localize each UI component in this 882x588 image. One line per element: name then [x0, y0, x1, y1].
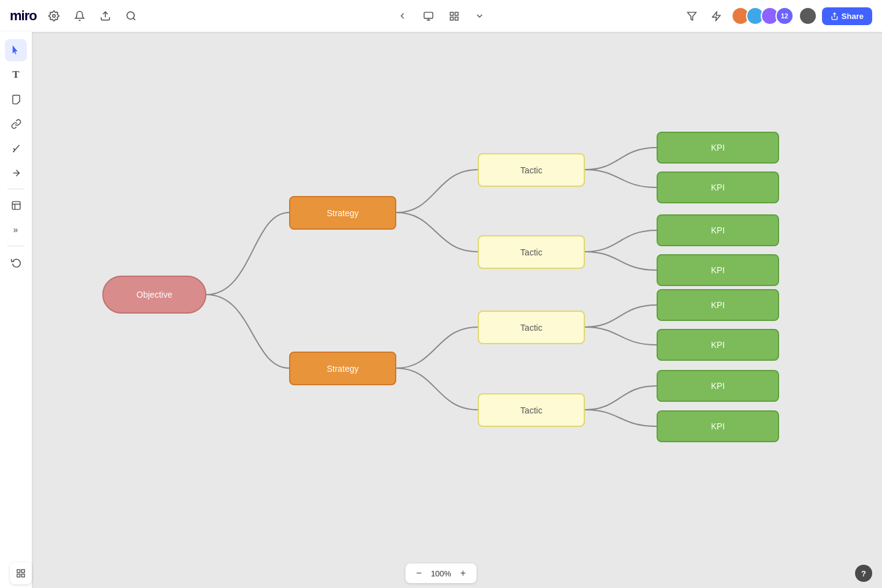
undo-tool[interactable] — [5, 251, 27, 273]
grid-toggle-button[interactable] — [10, 562, 32, 584]
kpi-node-8[interactable]: KPI — [657, 410, 779, 442]
avatar-self[interactable] — [799, 7, 817, 25]
tactic-node-3[interactable]: Tactic — [478, 311, 585, 344]
top-toolbar: miro — [0, 0, 882, 32]
svg-rect-19 — [17, 570, 20, 573]
tactic-node-4[interactable]: Tactic — [478, 393, 585, 427]
svg-rect-10 — [450, 17, 453, 20]
share-button[interactable]: Share — [822, 7, 872, 25]
kpi-node-5[interactable]: KPI — [657, 289, 779, 321]
filter-icon[interactable] — [682, 6, 702, 26]
svg-rect-8 — [454, 12, 458, 15]
pen-tool[interactable] — [5, 137, 27, 159]
strategy-node-1[interactable]: Strategy — [289, 196, 396, 230]
svg-marker-11 — [688, 12, 696, 20]
notification-icon[interactable] — [71, 7, 88, 24]
svg-marker-12 — [712, 12, 720, 20]
bottom-left — [10, 562, 32, 584]
tool-separator-2 — [7, 246, 24, 246]
svg-rect-9 — [454, 17, 458, 20]
svg-rect-16 — [12, 202, 20, 209]
svg-rect-22 — [17, 574, 20, 577]
left-toolbar: T » — [0, 32, 32, 588]
arrow-tool[interactable] — [5, 162, 27, 184]
link-tool[interactable] — [5, 113, 27, 135]
lightning-icon[interactable] — [707, 6, 726, 26]
miro-logo: miro — [10, 8, 37, 24]
top-bar-right: 12 Share — [682, 6, 872, 26]
zoom-controls: − 100% + — [405, 564, 477, 583]
tactic-node-1[interactable]: Tactic — [478, 153, 585, 187]
upload-icon[interactable] — [97, 7, 114, 24]
tool-separator — [7, 189, 24, 189]
bottom-bar: − 100% + ? — [0, 559, 882, 588]
top-bar-left: miro — [10, 7, 140, 24]
avatar-count[interactable]: 12 — [775, 7, 794, 25]
svg-point-0 — [52, 15, 55, 18]
tactic-node-2[interactable]: Tactic — [478, 235, 585, 269]
objective-node[interactable]: Objective — [102, 276, 206, 314]
svg-rect-21 — [21, 574, 24, 577]
more-tools[interactable]: » — [5, 219, 27, 241]
svg-rect-4 — [424, 12, 432, 18]
settings-icon[interactable] — [45, 7, 62, 24]
svg-rect-20 — [21, 570, 24, 573]
kpi-node-6[interactable]: KPI — [657, 329, 779, 361]
avatar-group: 12 — [731, 7, 817, 25]
top-bar-center — [391, 5, 491, 27]
kpi-node-1[interactable]: KPI — [657, 132, 779, 164]
svg-point-2 — [127, 12, 134, 19]
back-arrow-button[interactable] — [391, 5, 413, 27]
kpi-node-3[interactable]: KPI — [657, 214, 779, 246]
svg-line-3 — [133, 18, 135, 20]
strategy-node-2[interactable]: Strategy — [289, 352, 396, 385]
zoom-in-button[interactable]: + — [456, 566, 470, 581]
kpi-node-4[interactable]: KPI — [657, 254, 779, 286]
sticky-note-tool[interactable] — [5, 88, 27, 110]
svg-rect-7 — [450, 12, 453, 15]
chevron-down-button[interactable] — [469, 5, 491, 27]
canvas[interactable]: Objective Strategy Strategy Tactic Tacti… — [32, 32, 882, 588]
search-icon[interactable] — [123, 7, 140, 24]
text-tool[interactable]: T — [5, 64, 27, 86]
cursor-tool[interactable] — [5, 39, 27, 61]
kpi-node-7[interactable]: KPI — [657, 370, 779, 402]
presentation-button[interactable] — [417, 5, 439, 27]
zoom-out-button[interactable]: − — [412, 566, 426, 581]
help-button[interactable]: ? — [855, 565, 872, 582]
kpi-node-2[interactable]: KPI — [657, 172, 779, 203]
frame-tool[interactable] — [5, 194, 27, 216]
zoom-level-display: 100% — [430, 569, 452, 578]
board-button[interactable] — [443, 5, 465, 27]
